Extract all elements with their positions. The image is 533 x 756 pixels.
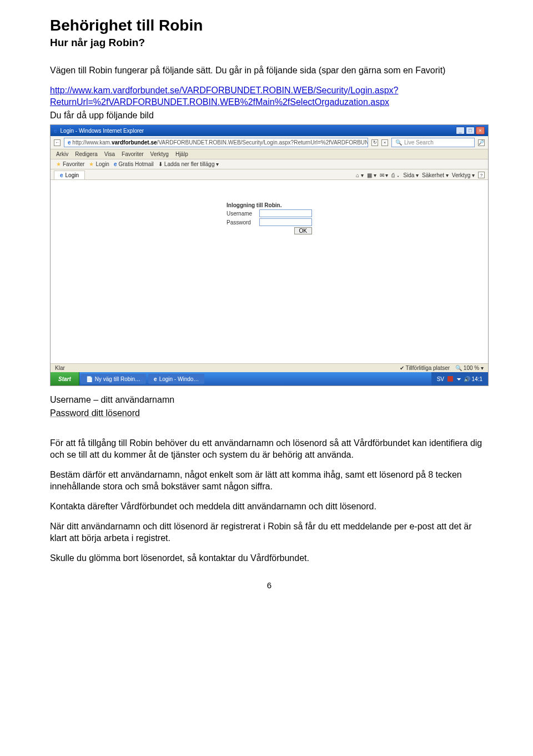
window-titlebar: e Login - Windows Internet Explorer _ □ … [51,125,488,136]
close-button[interactable]: × [476,127,485,134]
menu-bar: Arkiv Redigera Visa Favoriter Verktyg Hj… [51,149,488,159]
embedded-screenshot: e Login - Windows Internet Explorer _ □ … [50,124,489,386]
window-title: Login - Windows Internet Explorer [61,128,144,134]
favbar-hotmail[interactable]: eGratis Hotmail [114,161,154,167]
username-label: Username [227,211,257,217]
windows-taskbar: Start 📄Ny väg till Robin… eLogin - Windo… [51,372,488,385]
ie-small-icon: e [154,376,157,382]
zone-label: ✔ Tillförlitliga platser [400,365,450,371]
login-title: Inloggning till Robin. [227,202,312,208]
star-icon: ★ [89,161,94,167]
help-button[interactable]: ? [478,172,485,178]
safety-menu[interactable]: Säkerhet ▾ [422,172,449,178]
page-content: Inloggning till Robin. Username Password… [51,180,488,363]
home-button[interactable]: ⌂ ▾ [356,172,364,178]
zoom-control[interactable]: 🔍 100 % ▾ [455,365,484,371]
robin-login-link[interactable]: http://www.kam.vardforbundet.se/VARDFORB… [50,86,398,107]
menu-favoriter[interactable]: Favoriter [122,151,143,157]
back-arrow-icon[interactable]: ← [54,139,61,146]
favbar-addons[interactable]: ⬇Ladda ner fler tillägg ▾ [158,161,219,167]
menu-visa[interactable]: Visa [104,151,115,157]
paragraph-5: Skulle du glömma bort lösenordet, så kon… [50,552,489,564]
tools-menu[interactable]: Verktyg ▾ [452,172,475,178]
favorites-button[interactable]: ★Favoriter [56,161,84,167]
intro-paragraph-2: Du får då upp följande bild [50,109,489,122]
ie-small-icon: e [114,161,117,167]
menu-hjalp[interactable]: Hjälp [175,151,188,157]
search-placeholder: Live Search [404,139,434,146]
paragraph-4: När ditt användarnamn och ditt lösenord … [50,520,489,544]
address-bar: ← e http://www.kam.vardforbundet.se/VARD… [51,136,488,149]
menu-verktyg[interactable]: Verktyg [150,151,169,157]
tab-icon: e [60,172,63,178]
system-tray[interactable]: SV ⏷ 🔊 14:1 [431,372,488,385]
ie-icon: e [54,128,57,134]
page-heading: Behörighet till Robin [50,17,489,34]
page-number: 6 [50,580,489,590]
paragraph-2: Bestäm därför ett användarnamn, något en… [50,469,489,493]
login-form: Inloggning till Robin. Username Password… [227,202,312,234]
username-note: Username – ditt användarnamn [50,394,489,406]
tab-strip: e Login ⌂ ▾ ▦ ▾ ✉ ▾ ⎙ ▾ Sida ▾ Säkerhet … [51,169,488,180]
page-icon: e [68,139,71,146]
address-input[interactable]: e http://www.kam.vardforbundet.se/VARDFO… [64,138,368,147]
status-bar: Klar ✔ Tillförlitliga platser 🔍 100 % ▾ [51,363,488,372]
start-button[interactable]: Start [51,372,79,385]
password-input[interactable] [259,218,312,226]
paragraph-3: Kontakta därefter Vårdförbundet och medd… [50,500,489,513]
star-icon: ★ [56,161,61,167]
status-ready: Klar [55,365,65,371]
paragraph-1: För att få tillgång till Robin behöver d… [50,437,489,461]
menu-redigera[interactable]: Redigera [75,151,98,157]
print-button[interactable]: ⎙ ▾ [391,172,400,178]
refresh-icon[interactable]: ↻ [371,139,378,146]
shield-icon: ✔ [400,365,404,371]
url-path: /VARDFORBUNDET.ROBIN.WEB/Security/Login.… [157,139,368,146]
page-menu[interactable]: Sida ▾ [403,172,419,178]
search-box[interactable]: 🔍 Live Search [391,138,475,147]
username-input[interactable] [259,209,312,217]
stop-icon[interactable]: × [381,139,388,146]
readmail-button[interactable]: ✉ ▾ [380,172,389,178]
menu-arkiv[interactable]: Arkiv [56,151,68,157]
intro-paragraph-1: Vägen till Robin fungerar på följande sä… [50,64,489,77]
favorites-bar: ★Favoriter ★Login eGratis Hotmail ⬇Ladda… [51,159,488,169]
ok-button[interactable]: OK [294,227,312,234]
command-bar: ⌂ ▾ ▦ ▾ ✉ ▾ ⎙ ▾ Sida ▾ Säkerhet ▾ Verkty… [356,172,485,178]
password-note: Password ditt lösenord [50,407,489,419]
tab-label: Login [66,172,79,178]
maximize-button[interactable]: □ [466,127,475,134]
lang-indicator[interactable]: SV [437,376,444,382]
favbar-login[interactable]: ★Login [89,161,109,167]
tab-login[interactable]: e Login [54,171,85,179]
security-shield-icon [447,376,453,382]
minimize-button[interactable]: _ [456,127,465,134]
word-icon: 📄 [86,376,93,382]
password-label: Password [227,219,257,226]
taskbar-item-2[interactable]: eLogin - Windo… [148,374,204,384]
tray-icons: ⏷ 🔊 14:1 [456,376,482,382]
url-host: vardforbundet.se [112,139,157,146]
addon-icon: ⬇ [158,161,163,167]
feeds-button[interactable]: ▦ ▾ [367,172,376,178]
search-go-icon[interactable]: 🔎 [478,139,485,146]
page-subheading: Hur når jag Robin? [50,37,489,49]
taskbar-item-1[interactable]: 📄Ny väg till Robin… [81,374,146,384]
search-icon: 🔍 [395,139,402,146]
